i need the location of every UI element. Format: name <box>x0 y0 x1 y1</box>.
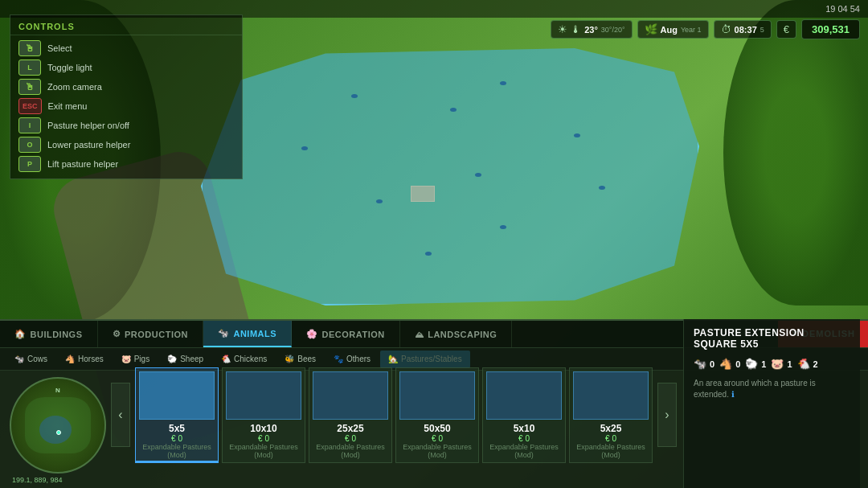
item-source-5x5: Expandable Pastures (Mod) <box>139 443 215 459</box>
item-preview-25x25 <box>313 371 388 420</box>
item-preview-5x10 <box>486 371 562 420</box>
subtab-sheep-label: Sheep <box>180 355 203 363</box>
hud-top: ☀ 🌡 23° 30°/20° 🌿 Aug Year 1 ⏱ 08:37 5 €… <box>551 19 860 39</box>
minimap: N <box>10 377 106 474</box>
item-card-10x10[interactable]: 10x10 € 0 Expandable Pastures (Mod) <box>222 367 305 463</box>
subtab-sheep[interactable]: 🐑 Sheep <box>159 351 211 368</box>
tab-buildings[interactable]: 🏠 BUILDINGS <box>0 321 98 347</box>
items-scroll: 5x5 € 0 Expandable Pastures (Mod) 10x10 … <box>130 367 657 463</box>
item-preview-5x5 <box>139 371 215 420</box>
horse-icon: 🐴 <box>65 355 75 363</box>
subtab-others-label: Others <box>346 355 371 363</box>
key-p: P <box>18 156 41 172</box>
control-label-zoom: Zoom camera <box>47 82 102 92</box>
item-name-25x25: 25x25 <box>337 423 363 434</box>
stat-pigs: 🐷 1 <box>771 358 792 370</box>
item-name-5x5: 5x5 <box>169 423 185 434</box>
tab-animals[interactable]: 🐄 ANIMALS <box>203 321 292 347</box>
subtab-chickens-label: Chickens <box>234 355 267 363</box>
control-label-esc: Exit menu <box>48 101 88 111</box>
item-card-5x10[interactable]: 5x10 € 0 Expandable Pastures (Mod) <box>482 367 566 463</box>
item-preview-50x50 <box>399 371 475 420</box>
minimap-coords: 199.1, 889, 984 <box>12 476 63 484</box>
info-description: An area around which a pasture is extend… <box>694 378 850 400</box>
item-price-5x10: € 0 <box>518 434 530 443</box>
animals-icon: 🐄 <box>218 328 230 338</box>
control-row-pasture-helper: I Pasture helper on/off <box>10 116 242 135</box>
tab-production-label: PRODUCTION <box>125 330 188 339</box>
tab-landscaping-label: LANDSCAPING <box>428 330 497 339</box>
item-source-25x25: Expandable Pastures (Mod) <box>313 443 388 459</box>
item-name-10x10: 10x10 <box>250 423 276 434</box>
season: Aug <box>661 25 678 35</box>
item-source-5x10: Expandable Pastures (Mod) <box>486 443 562 459</box>
subtab-cows-label: Cows <box>27 355 47 363</box>
system-time: 19 04 54 <box>825 4 860 14</box>
decoration-icon: 🌸 <box>306 329 318 339</box>
subtab-others[interactable]: 🐾 Others <box>326 351 379 368</box>
item-price-25x25: € 0 <box>345 434 356 443</box>
tab-decoration[interactable]: 🌸 DECORATION <box>292 321 400 347</box>
production-icon: ⚙ <box>113 329 121 339</box>
temp-current: 23° <box>584 25 598 35</box>
item-source-5x25: Expandable Pastures (Mod) <box>573 443 649 459</box>
euro-icon: € <box>784 23 789 35</box>
stat-sheep: 🐑 1 <box>745 358 766 370</box>
tab-production[interactable]: ⚙ PRODUCTION <box>98 321 203 347</box>
subtab-pigs[interactable]: 🐷 Pigs <box>113 351 158 368</box>
prev-arrow-icon: ‹ <box>118 408 122 422</box>
item-price-5x25: € 0 <box>605 434 616 443</box>
stat-pig-icon: 🐷 <box>771 358 784 370</box>
control-label-lift: Lift pasture helper <box>47 159 118 169</box>
control-label-light: Toggle light <box>47 63 92 72</box>
money-widget: 309,531 <box>801 19 860 39</box>
item-card-5x25[interactable]: 5x25 € 0 Expandable Pastures (Mod) <box>569 367 653 463</box>
sheep-icon: 🐑 <box>167 355 177 363</box>
coords-value: 199.1, 889, 984 <box>12 476 63 484</box>
landscaping-icon: ⛰ <box>415 330 424 339</box>
info-title: PASTURE EXTENSION SQUARE 5X5 <box>694 327 850 350</box>
pig-icon: 🐷 <box>121 355 131 363</box>
item-price-10x10: € 0 <box>258 434 269 443</box>
tab-animals-label: ANIMALS <box>233 329 276 338</box>
item-card-25x25[interactable]: 25x25 € 0 Expandable Pastures (Mod) <box>309 367 392 463</box>
nav-next-button[interactable]: › <box>657 383 677 447</box>
item-name-5x25: 5x25 <box>600 423 622 434</box>
item-card-50x50[interactable]: 50x50 € 0 Expandable Pastures (Mod) <box>395 367 479 463</box>
key-esc: ESC <box>18 98 42 114</box>
control-row-light: L Toggle light <box>10 58 242 77</box>
item-name-50x50: 50x50 <box>424 423 450 434</box>
subtab-cows[interactable]: 🐄 Cows <box>6 351 55 368</box>
subtab-horses[interactable]: 🐴 Horses <box>57 351 112 368</box>
subtab-horses-label: Horses <box>78 355 104 363</box>
nav-prev-button[interactable]: ‹ <box>111 383 130 447</box>
tab-landscaping[interactable]: ⛰ LANDSCAPING <box>400 321 513 347</box>
stat-sheep-icon: 🐑 <box>745 358 758 370</box>
chicken-icon: 🐔 <box>221 355 231 363</box>
item-name-5x10: 5x10 <box>514 423 535 434</box>
key-l: L <box>18 59 41 76</box>
temp-icon: 🌡 <box>571 23 581 35</box>
subtab-pigs-label: Pigs <box>134 355 149 363</box>
control-row-lower: O Lower pasture helper <box>10 135 242 154</box>
info-icon: ℹ <box>731 390 735 399</box>
stat-cows-value: 0 <box>710 359 714 369</box>
item-source-10x10: Expandable Pastures (Mod) <box>226 443 301 459</box>
control-row-zoom: 🖱 Zoom camera <box>10 77 242 96</box>
item-price-50x50: € 0 <box>432 434 443 443</box>
animal-stats: 🐄 0 🐴 0 🐑 1 🐷 1 🐔 2 <box>694 358 850 370</box>
key-mouse: 🖱 <box>18 40 41 56</box>
item-selected-bar-5x5 <box>136 461 218 462</box>
season-widget: 🌿 Aug Year 1 <box>637 20 709 39</box>
stat-chicken-icon: 🐔 <box>797 358 810 370</box>
bee-icon: 🐝 <box>285 355 294 363</box>
subtab-bees[interactable]: 🐝 Bees <box>276 351 324 368</box>
stat-horse-icon: 🐴 <box>719 358 732 370</box>
tree-cluster-right <box>723 0 868 306</box>
item-card-5x5[interactable]: 5x5 € 0 Expandable Pastures (Mod) <box>135 367 219 463</box>
buildings-icon: 🏠 <box>14 329 27 339</box>
subtab-pastures-label: Pastures/Stables <box>401 355 462 363</box>
control-label-select: Select <box>47 43 72 53</box>
stat-chickens: 🐔 2 <box>797 358 818 370</box>
subtab-chickens[interactable]: 🐔 Chickens <box>213 351 275 368</box>
